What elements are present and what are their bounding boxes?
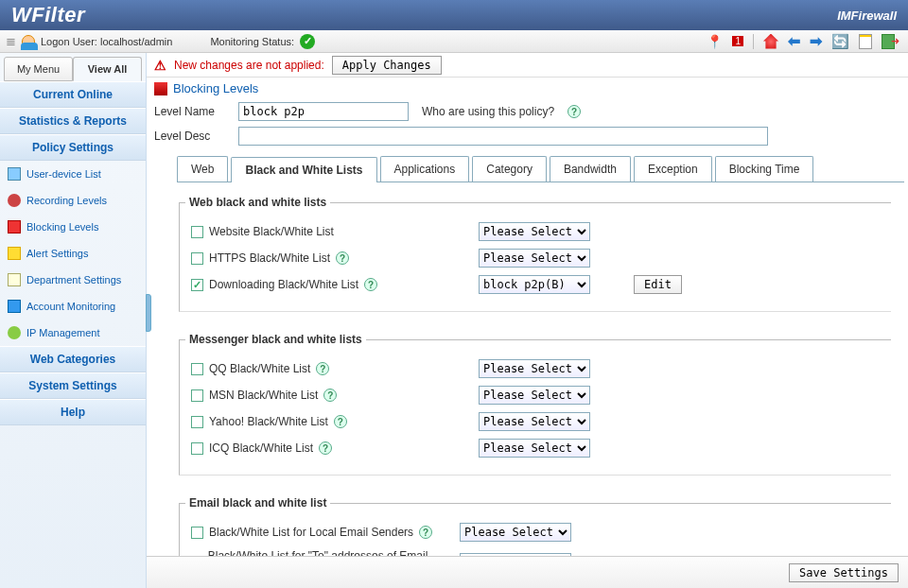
https-bw-checkbox[interactable] — [191, 252, 203, 265]
email-senders-bw-label: Black/White List for Local Email Senders — [209, 526, 413, 539]
pin-icon[interactable]: 📍 — [707, 34, 723, 49]
email-senders-bw-checkbox[interactable] — [191, 527, 203, 539]
sidebar: My Menu View All Current Online Statisti… — [0, 53, 147, 588]
who-using-policy-link[interactable]: Who are using this policy? — [422, 105, 554, 118]
msn-bw-select[interactable]: Please Select — [479, 386, 590, 405]
msn-bw-label: MSN Black/White List — [209, 389, 318, 402]
content-area: ⚠ New changes are not applied: Apply Cha… — [147, 53, 908, 588]
qq-bw-label: QQ Black/White List — [209, 362, 310, 375]
yahoo-bw-select[interactable]: Please Select — [479, 412, 590, 431]
yahoo-bw-checkbox[interactable] — [191, 416, 203, 428]
sidebar-head-system-settings[interactable]: System Settings — [0, 372, 146, 399]
top-toolbar: ≣ Logon User: localhost/admin Monitoring… — [0, 30, 908, 53]
sidebar-item-ip-management[interactable]: IP Management — [0, 320, 146, 346]
forward-icon[interactable]: ➡ — [810, 32, 822, 50]
messenger-lists-fieldset: Messenger black and white lists QQ Black… — [179, 333, 891, 476]
sidebar-head-help[interactable]: Help — [0, 399, 146, 425]
tab-web[interactable]: Web — [177, 156, 228, 182]
tab-black-white-lists[interactable]: Black and White Lists — [231, 157, 376, 182]
app-logo: WFilter — [11, 3, 85, 27]
level-name-input[interactable] — [238, 102, 409, 121]
blocking-levels-icon — [154, 82, 167, 95]
menu-icon[interactable]: ≣ — [6, 34, 16, 48]
apply-changes-button[interactable]: Apply Changes — [332, 56, 442, 75]
exit-icon[interactable] — [882, 34, 895, 49]
help-icon[interactable]: ? — [336, 251, 349, 265]
web-lists-legend: Web black and white lists — [185, 196, 330, 209]
website-bw-checkbox[interactable] — [191, 226, 203, 238]
sidebar-item-user-device-list[interactable]: User-device List — [0, 161, 146, 187]
sidebar-item-recording-levels[interactable]: Recording Levels — [0, 187, 146, 214]
sidebar-tab-my-menu[interactable]: My Menu — [4, 57, 73, 81]
record-icon — [8, 194, 21, 207]
help-icon[interactable]: ? — [364, 278, 377, 291]
tab-panel: Web black and white lists Website Black/… — [147, 182, 908, 556]
refresh-icon[interactable]: 🔄 — [831, 33, 849, 50]
sidebar-collapse-handle[interactable] — [146, 294, 151, 332]
block-icon — [8, 220, 21, 233]
sidebar-item-label: Department Settings — [26, 274, 121, 285]
document-icon[interactable] — [859, 34, 872, 49]
sidebar-head-current-online[interactable]: Current Online — [0, 81, 146, 108]
toolbar-separator — [753, 34, 754, 49]
save-settings-button[interactable]: Save Settings — [789, 563, 899, 582]
email-senders-bw-select[interactable]: Please Select — [460, 523, 571, 542]
website-bw-select[interactable]: Please Select — [479, 222, 590, 241]
sidebar-item-label: Blocking Levels — [26, 221, 98, 233]
help-icon[interactable]: ? — [316, 362, 329, 375]
monitoring-status-label: Monitoring Status: — [210, 36, 294, 47]
website-bw-label: Website Black/White List — [209, 225, 334, 238]
sidebar-item-alert-settings[interactable]: Alert Settings — [0, 240, 146, 267]
app-header: WFilter IMFirewall — [0, 0, 908, 30]
department-icon — [8, 273, 21, 286]
ip-icon — [8, 326, 21, 339]
help-icon[interactable]: ? — [323, 389, 337, 402]
sidebar-head-statistics[interactable]: Statistics & Reports — [0, 108, 146, 134]
page-title: Blocking Levels — [173, 81, 258, 95]
back-icon[interactable]: ⬅ — [788, 32, 800, 50]
https-bw-select[interactable]: Please Select — [479, 249, 590, 268]
msn-bw-checkbox[interactable] — [191, 389, 203, 402]
tab-category[interactable]: Category — [472, 156, 547, 182]
alert-icon — [8, 247, 21, 260]
icq-bw-select[interactable]: Please Select — [479, 439, 590, 458]
tab-applications[interactable]: Applications — [380, 156, 470, 182]
sidebar-item-label: Recording Levels — [26, 195, 107, 206]
email-lists-fieldset: Email black and white list Black/White L… — [179, 496, 891, 556]
yahoo-bw-label: Yahoo! Black/White List — [209, 415, 328, 428]
level-desc-input[interactable] — [238, 127, 768, 146]
sidebar-item-label: Alert Settings — [26, 248, 88, 259]
sidebar-head-web-categories[interactable]: Web Categories — [0, 346, 146, 372]
home-icon[interactable] — [763, 34, 778, 49]
messenger-lists-legend: Messenger black and white lists — [185, 333, 366, 346]
alert-count-badge[interactable]: 1 — [732, 36, 743, 46]
downloading-bw-checkbox[interactable]: ✓ — [191, 279, 203, 291]
sidebar-item-blocking-levels[interactable]: Blocking Levels — [0, 214, 146, 240]
sidebar-tab-view-all[interactable]: View All — [73, 57, 142, 81]
edit-button[interactable]: Edit — [634, 275, 682, 294]
tab-bandwidth[interactable]: Bandwidth — [550, 156, 631, 182]
qq-bw-checkbox[interactable] — [191, 363, 203, 375]
tab-exception[interactable]: Exception — [634, 156, 712, 182]
policy-tab-row: Web Black and White Lists Applications C… — [177, 156, 904, 182]
qq-bw-select[interactable]: Please Select — [479, 359, 590, 378]
footer-bar: Save Settings — [147, 556, 908, 588]
account-icon — [8, 300, 21, 313]
email-to-bw-label: Black/White List for "To" addresses of E… — [208, 549, 443, 556]
help-icon[interactable]: ? — [568, 105, 581, 118]
web-lists-fieldset: Web black and white lists Website Black/… — [179, 196, 891, 312]
help-icon[interactable]: ? — [319, 441, 332, 455]
sidebar-item-department-settings[interactable]: Department Settings — [0, 267, 146, 293]
help-icon[interactable]: ? — [419, 526, 432, 539]
sidebar-item-account-monitoring[interactable]: Account Monitoring — [0, 293, 146, 320]
icq-bw-checkbox[interactable] — [191, 442, 203, 455]
tab-blocking-time[interactable]: Blocking Time — [715, 156, 814, 182]
level-desc-label: Level Desc — [154, 130, 225, 143]
user-icon — [22, 35, 35, 48]
help-icon[interactable]: ? — [334, 415, 347, 428]
icq-bw-label: ICQ Black/White List — [209, 441, 313, 455]
downloading-bw-select[interactable]: block p2p(B) — [479, 275, 590, 294]
brand-label: IMFirewall — [837, 9, 897, 23]
level-name-label: Level Name — [154, 105, 225, 118]
sidebar-head-policy-settings[interactable]: Policy Settings — [0, 134, 146, 161]
